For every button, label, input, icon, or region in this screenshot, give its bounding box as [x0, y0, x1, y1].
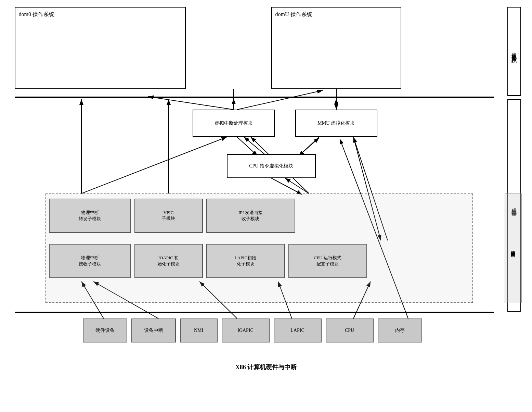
svg-line-12 — [271, 178, 302, 195]
domu-box: domU 操作系统 — [271, 7, 401, 89]
hw-nmi: NMI — [180, 319, 218, 342]
svg-line-9 — [244, 137, 264, 154]
h-line-top — [15, 97, 494, 98]
ioapic-init-submodule: IOAPIC 初始化子模块 — [134, 244, 203, 278]
lapic-init-submodule: LAPIC初始化子模块 — [206, 244, 285, 278]
h-line-bottom — [15, 312, 494, 313]
svg-line-11 — [299, 137, 319, 156]
right-label-top: 被虚拟化的操作系统 — [507, 7, 521, 96]
hw-device: 硬件设备 — [83, 319, 127, 342]
phys-row1: 物理中断转发子模块 VPIC子模块 IPI 发送与接收子模块 — [49, 195, 436, 236]
hw-interrupt: 设备中断 — [131, 319, 176, 342]
cpu-instr-box: CPU 指令虚拟化模块 — [227, 154, 316, 178]
ipi-submodule: IPI 发送与接收子模块 — [206, 199, 295, 233]
phys-row2: 物理中断接收子模块 IOAPIC 初始化子模块 LAPIC初始化子模块 CPU … — [49, 240, 436, 282]
phys-receive-submodule: 物理中断接收子模块 — [49, 244, 131, 278]
hw-memory: 内存 — [378, 319, 422, 342]
mmu-box: MMU 虚拟化模块 — [295, 110, 377, 137]
cpu-mode-submodule: CPU 运行模式配置子模块 — [288, 244, 367, 278]
svg-line-23 — [148, 97, 234, 110]
caption: X86 计算机硬件与中断 — [235, 363, 297, 371]
hw-row: 硬件设备 设备中断 NMI IOAPIC LAPIC CPU 内存 — [15, 319, 490, 342]
hw-ioapic: IOAPIC — [222, 319, 270, 342]
svg-line-13 — [285, 178, 309, 193]
svg-line-8 — [237, 137, 258, 156]
svg-line-24 — [237, 90, 323, 110]
phys-label: 处理物理中断模块 — [505, 193, 522, 303]
svg-line-21 — [81, 137, 227, 193]
diagram-container: 被虚拟化的操作系统 虚拟机监控器 dom0 操作系统 domU 操作系统 虚拟中… — [11, 3, 521, 401]
vpic-submodule: VPIC子模块 — [134, 199, 203, 233]
virt-interrupt-box: 虚拟中断处理模块 — [193, 110, 275, 137]
hw-cpu: CPU — [326, 319, 374, 342]
svg-line-10 — [299, 138, 319, 156]
dom0-box: dom0 操作系统 — [15, 7, 186, 89]
phys-forward-submodule: 物理中断转发子模块 — [49, 199, 131, 233]
hw-lapic: LAPIC — [274, 319, 322, 342]
